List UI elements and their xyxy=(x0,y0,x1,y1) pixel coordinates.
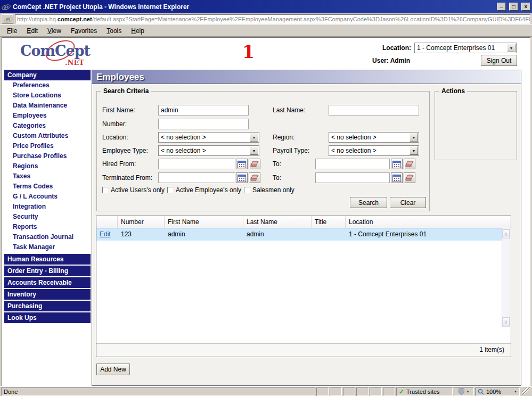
maximize-button[interactable]: □ xyxy=(509,3,518,11)
menu-help[interactable]: Help xyxy=(126,26,149,36)
number-input[interactable] xyxy=(158,119,249,129)
sidebar-item-regions[interactable]: Regions xyxy=(4,161,91,171)
employee-type-select[interactable]: < no selection > ▼ xyxy=(158,145,259,156)
eraser-icon[interactable] xyxy=(249,172,260,183)
dropdown-arrow-icon[interactable]: ▼ xyxy=(250,133,258,142)
eraser-icon[interactable] xyxy=(404,172,415,183)
protected-mode-indicator[interactable]: ▼ xyxy=(454,387,474,396)
url-prefix: http://utopia.hq. xyxy=(17,16,58,22)
comcept-logo: ComCept .NET xyxy=(20,42,95,68)
search-button[interactable]: Search xyxy=(350,197,387,208)
cell-title xyxy=(312,228,346,241)
sidebar-item-preferences[interactable]: Preferences xyxy=(4,80,91,90)
statusbar-cell xyxy=(343,387,355,396)
region-select[interactable]: < no selection > ▼ xyxy=(329,132,419,143)
sidebar-item-reports[interactable]: Reports xyxy=(4,222,91,232)
calendar-icon[interactable] xyxy=(236,159,248,169)
minimize-button[interactable]: _ xyxy=(497,3,506,11)
menu-edit[interactable]: Edit xyxy=(22,26,43,36)
security-zone: ✓ Trusted sites xyxy=(396,387,453,396)
status-bar: Done ✓ Trusted sites ▼ 100% ▼ xyxy=(0,386,532,396)
calendar-icon[interactable] xyxy=(391,172,403,183)
search-criteria-panel: Search Criteria First Name: Last Name: N… xyxy=(96,91,430,211)
sidebar-section-human-resources[interactable]: Human Resources xyxy=(4,254,91,265)
sidebar-section-order-entry-billing[interactable]: Order Entry - Billing xyxy=(4,266,91,276)
dropdown-arrow-icon[interactable]: ▼ xyxy=(410,133,418,142)
menu-tools[interactable]: Tools xyxy=(102,26,126,36)
menu-file[interactable]: File xyxy=(2,26,22,36)
col-header-title: Title xyxy=(312,216,346,228)
sidebar-item-data-maintenance[interactable]: Data Maintenance xyxy=(4,101,91,111)
annotation-marker-1: 1 xyxy=(242,42,255,62)
edit-link[interactable]: Edit xyxy=(100,230,111,238)
sidebar-item-store-locations[interactable]: Store Locations xyxy=(4,90,91,101)
payroll-type-label: Payroll Type: xyxy=(273,147,309,154)
last-name-input[interactable] xyxy=(329,105,419,116)
close-button[interactable]: × xyxy=(521,3,530,11)
cell-location: 1 - Comcept Enterprises 01 xyxy=(346,228,502,241)
dropdown-arrow-icon[interactable]: ▼ xyxy=(250,146,258,155)
dropdown-arrow-icon[interactable]: ▼ xyxy=(507,44,515,52)
resize-grip[interactable] xyxy=(522,387,531,396)
sidebar-section-look-ups[interactable]: Look Ups xyxy=(4,312,91,323)
ie-icon: e xyxy=(2,3,10,11)
sidebar-section-company[interactable]: Company xyxy=(4,70,91,80)
page-icon-box: e xyxy=(2,14,13,24)
cell-last-name: admin xyxy=(243,228,312,241)
eraser-icon[interactable] xyxy=(404,159,415,169)
url-field[interactable]: http://utopia.hq.comcept.net/default.asp… xyxy=(15,14,530,24)
sidebar-item-task-manager[interactable]: Task Manager xyxy=(4,242,91,252)
title-bar: e ComCept .NET Project Utopia - Windows … xyxy=(0,0,532,13)
location-label: Location: xyxy=(366,44,411,52)
menu-view[interactable]: View xyxy=(43,26,66,36)
window-title: ComCept .NET Project Utopia - Windows In… xyxy=(13,3,494,11)
last-name-label: Last Name: xyxy=(273,106,305,114)
dropdown-arrow-icon: ▼ xyxy=(514,390,517,393)
payroll-type-select[interactable]: < no selection > ▼ xyxy=(329,145,419,156)
first-name-label: First Name: xyxy=(102,106,135,114)
sidebar-item-custom-attributes[interactable]: Custom Attributes xyxy=(4,131,91,141)
sidebar-item-categories[interactable]: Categories xyxy=(4,121,91,131)
statusbar-cell xyxy=(330,387,342,396)
sidebar-item-transaction-journal[interactable]: Transaction Journal xyxy=(4,232,91,242)
sidebar-item-gl-accounts[interactable]: G / L Accounts xyxy=(4,192,91,202)
menu-favorites[interactable]: Favorites xyxy=(66,26,102,36)
location-select[interactable]: 1 - Comcept Enterprises 01 ▼ xyxy=(414,43,517,53)
table-footer: 1 item(s) xyxy=(96,343,511,356)
sidebar-item-security[interactable]: Security xyxy=(4,212,91,222)
terminated-from-input[interactable] xyxy=(158,172,235,183)
sign-out-button[interactable]: Sign Out xyxy=(481,55,517,66)
terminated-to-input[interactable] xyxy=(315,172,390,183)
clear-button[interactable]: Clear xyxy=(390,197,426,208)
hired-from-input[interactable] xyxy=(158,159,235,169)
table-row: Edit 123 admin admin 1 - Comcept Enterpr… xyxy=(96,228,502,241)
logo-text: ComCept xyxy=(20,43,90,59)
sidebar-item-employees[interactable]: Employees xyxy=(4,111,91,121)
scroll-down-icon[interactable]: ∨ xyxy=(502,317,510,326)
sidebar-item-taxes[interactable]: Taxes xyxy=(4,171,91,182)
sidebar-item-price-profiles[interactable]: Price Profiles xyxy=(4,141,91,151)
search-criteria-legend: Search Criteria xyxy=(101,87,151,95)
first-name-input[interactable] xyxy=(158,105,249,116)
dropdown-arrow-icon[interactable]: ▼ xyxy=(410,146,418,155)
zoom-control[interactable]: 100% ▼ xyxy=(475,387,520,396)
sidebar-item-purchase-profiles[interactable]: Purchase Profiles xyxy=(4,151,91,161)
sidebar-section-purchasing[interactable]: Purchasing xyxy=(4,301,91,311)
sidebar-section-inventory[interactable]: Inventory xyxy=(4,289,91,300)
col-header-number: Number xyxy=(118,216,165,228)
sidebar-item-integration[interactable]: Integration xyxy=(4,202,91,212)
add-new-button[interactable]: Add New xyxy=(96,364,130,375)
sidebar-item-terms-codes[interactable]: Terms Codes xyxy=(4,182,91,192)
location-filter-select[interactable]: < no selection > ▼ xyxy=(158,132,259,143)
table-scrollbar[interactable]: ∧ ∨ xyxy=(502,229,510,327)
calendar-icon[interactable] xyxy=(236,172,248,183)
scroll-up-icon[interactable]: ∧ xyxy=(502,229,510,238)
active-users-only-checkbox[interactable]: Active Users's only xyxy=(102,186,165,194)
sidebar-section-accounts-receivable[interactable]: Accounts Receivable xyxy=(4,277,91,288)
hired-to-input[interactable] xyxy=(315,159,390,169)
salesmen-only-checkbox[interactable]: Salesmen only xyxy=(244,186,294,194)
calendar-icon[interactable] xyxy=(391,159,403,169)
eraser-icon[interactable] xyxy=(249,159,260,169)
active-employees-only-checkbox[interactable]: Active Employee's only xyxy=(167,186,241,194)
region-label: Region: xyxy=(273,134,294,141)
